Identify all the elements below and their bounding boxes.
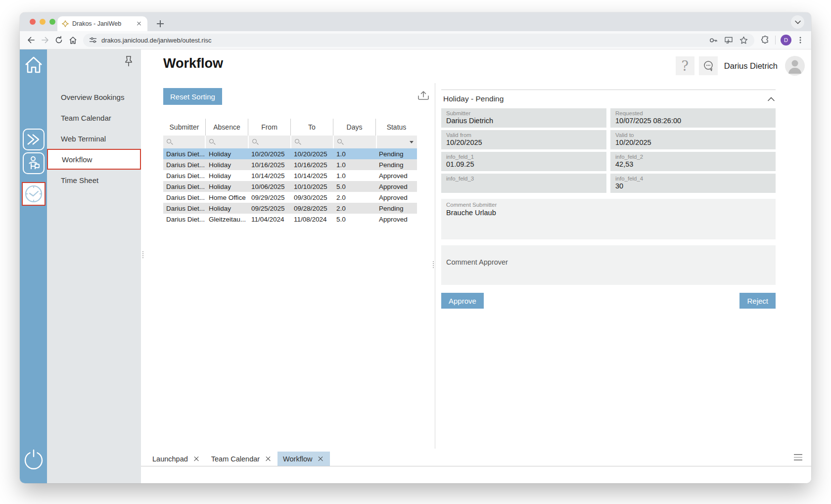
- bottom-tab-workflow[interactable]: Workflow: [277, 452, 330, 466]
- panel-resize-handle[interactable]: [433, 261, 434, 268]
- comment-approver-input[interactable]: Comment Approver: [441, 245, 776, 285]
- url-text[interactable]: drakos.janicloud.de/janiweb/outest.risc: [101, 37, 704, 44]
- close-icon[interactable]: [317, 455, 324, 463]
- nav-item-label: Web Terminal: [61, 135, 106, 143]
- new-tab-button[interactable]: [154, 18, 166, 30]
- tab-list-menu-icon[interactable]: [794, 454, 802, 460]
- field-value: 30: [615, 182, 771, 190]
- field-label: Submitter: [446, 110, 601, 116]
- table-row[interactable]: Darius Diet... Gleitzeitau... 11/04/2024…: [163, 214, 417, 225]
- pin-icon[interactable]: [124, 55, 133, 67]
- nav-item-team-calendar[interactable]: Team Calendar: [47, 107, 141, 128]
- cell-to: 10/10/2025: [291, 183, 333, 190]
- tab-search-button[interactable]: [791, 15, 804, 29]
- install-app-icon[interactable]: [724, 36, 733, 45]
- reload-button[interactable]: [52, 34, 65, 46]
- panel-resize-handle[interactable]: [142, 251, 143, 258]
- field-label: info_feld_2: [615, 154, 771, 160]
- export-icon[interactable]: [417, 90, 430, 101]
- detail-title: Holiday - Pending: [443, 94, 504, 103]
- field-info-feld-1: info_feld_1 01.09.25: [441, 152, 606, 171]
- cell-status: Pending: [376, 205, 417, 212]
- rail-hr-person-icon[interactable]: [23, 152, 45, 174]
- cell-submitter: Darius Diet...: [163, 183, 206, 190]
- table-row[interactable]: Darius Diet... Holiday 10/06/2025 10/10/…: [163, 181, 417, 192]
- column-header-status[interactable]: Status: [376, 119, 417, 136]
- field-value: 10/20/2025: [615, 138, 771, 147]
- rail-logout-power-icon[interactable]: [22, 448, 45, 471]
- field-value: Darius Dietrich: [446, 117, 601, 125]
- table-row[interactable]: Darius Diet... Home Office 09/29/2025 09…: [163, 192, 417, 203]
- tab-close-icon[interactable]: [135, 20, 143, 28]
- close-icon[interactable]: [264, 455, 272, 463]
- cell-absence: Holiday: [206, 150, 248, 158]
- table-row[interactable]: Darius Diet... Holiday 10/20/2025 10/20/…: [163, 148, 417, 159]
- cell-absence: Home Office: [206, 194, 248, 201]
- approve-button[interactable]: Approve: [441, 293, 484, 309]
- field-value: 01.09.25: [446, 160, 601, 169]
- column-header-days[interactable]: Days: [333, 119, 376, 136]
- cell-from: 09/29/2025: [248, 194, 291, 201]
- password-key-icon[interactable]: [709, 36, 718, 45]
- rail-home-icon[interactable]: [24, 56, 44, 74]
- rail-time-clock-icon[interactable]: [22, 182, 46, 206]
- workflow-split-view: Reset Sorting Submitter Absence From To …: [141, 83, 811, 449]
- close-icon[interactable]: [192, 455, 200, 463]
- forward-button[interactable]: [39, 34, 51, 46]
- cell-status: Pending: [376, 161, 417, 169]
- column-header-to[interactable]: To: [291, 119, 333, 136]
- browser-menu-icon[interactable]: [796, 36, 804, 44]
- bottom-tab-label: Workflow: [283, 455, 312, 463]
- nav-item-label: Workflow: [62, 155, 92, 164]
- field-valid-to: Valid to 10/20/2025: [610, 130, 776, 149]
- zoom-window-button[interactable]: [49, 19, 55, 25]
- user-avatar[interactable]: [785, 56, 805, 76]
- nav-item-web-terminal[interactable]: Web Terminal: [47, 128, 141, 149]
- bottom-tab-launchpad[interactable]: Launchpad: [147, 452, 206, 466]
- close-window-button[interactable]: [30, 19, 36, 25]
- filter-from-input[interactable]: [249, 136, 290, 148]
- field-label: info_feld_3: [446, 176, 601, 182]
- table-row[interactable]: Darius Diet... Holiday 09/25/2025 09/28/…: [163, 203, 417, 214]
- feedback-button[interactable]: [699, 56, 718, 75]
- nav-item-overview-bookings[interactable]: Overview Bookings: [47, 87, 141, 107]
- nav-menu-panel: Overview Bookings Team Calendar Web Term…: [47, 49, 141, 483]
- filter-status-dropdown[interactable]: [377, 136, 417, 148]
- cell-submitter: Darius Diet...: [163, 205, 206, 212]
- filter-to-input[interactable]: [291, 136, 333, 148]
- minimize-window-button[interactable]: [40, 19, 46, 25]
- page-header: Workflow ? Darius Dietrich: [141, 49, 811, 83]
- filter-absence-input[interactable]: [206, 136, 247, 148]
- reject-button[interactable]: Reject: [739, 293, 776, 309]
- bookmark-star-icon[interactable]: [739, 36, 748, 45]
- filter-submitter-input[interactable]: [163, 136, 205, 148]
- field-label: Valid to: [615, 132, 771, 138]
- nav-item-workflow[interactable]: Workflow: [47, 149, 141, 170]
- reset-sorting-button[interactable]: Reset Sorting: [163, 88, 222, 105]
- nav-item-time-sheet[interactable]: Time Sheet: [47, 170, 141, 190]
- site-settings-icon[interactable]: [89, 37, 97, 44]
- collapse-chevron-up-icon[interactable]: [768, 97, 775, 101]
- cell-days: 2.0: [333, 205, 376, 212]
- help-button[interactable]: ?: [676, 56, 694, 75]
- browser-profile-avatar[interactable]: D: [781, 35, 791, 46]
- cell-status: Pending: [376, 150, 417, 158]
- field-label: Requested: [615, 110, 771, 116]
- column-header-absence[interactable]: Absence: [206, 119, 248, 136]
- cell-submitter: Darius Diet...: [163, 161, 206, 169]
- table-row[interactable]: Darius Diet... Holiday 10/14/2025 10/14/…: [163, 170, 417, 181]
- browser-tab[interactable]: Drakos - JaniWeb: [57, 16, 147, 31]
- column-header-from[interactable]: From: [248, 119, 291, 136]
- filter-days-input[interactable]: [334, 136, 375, 148]
- back-button[interactable]: [25, 34, 38, 46]
- extensions-puzzle-icon[interactable]: [760, 35, 770, 45]
- cell-days: 2.0: [333, 194, 376, 201]
- url-bar[interactable]: drakos.janicloud.de/janiweb/outest.risc: [83, 34, 754, 47]
- table-row[interactable]: Darius Diet... Holiday 10/16/2025 10/16/…: [163, 159, 417, 170]
- cell-days: 1.0: [333, 172, 376, 180]
- column-header-submitter[interactable]: Submitter: [163, 119, 206, 136]
- rail-web-terminal-icon[interactable]: [23, 129, 45, 150]
- home-button[interactable]: [66, 34, 79, 46]
- bottom-tab-team-calendar[interactable]: Team Calendar: [206, 452, 277, 466]
- cell-from: 10/20/2025: [248, 150, 291, 158]
